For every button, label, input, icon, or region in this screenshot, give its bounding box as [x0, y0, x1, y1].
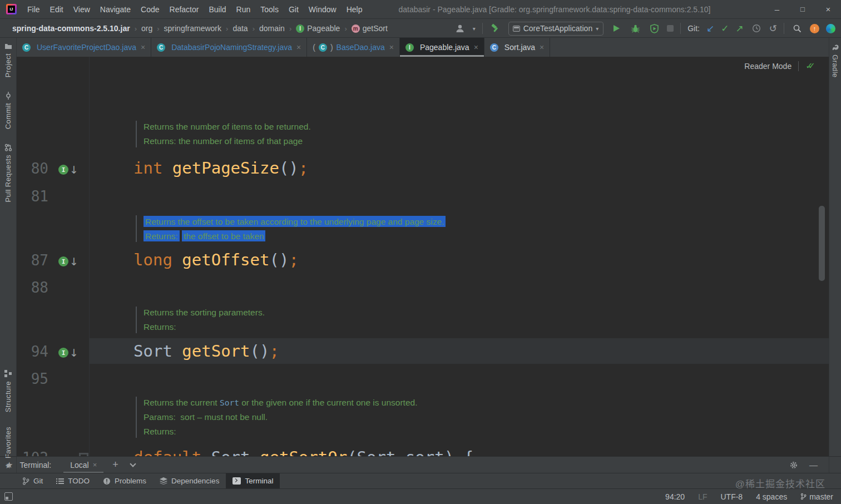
code-line-87[interactable]: long getOffset(); [133, 250, 299, 270]
user-profile-icon[interactable] [454, 22, 466, 34]
commit-icon [4, 92, 12, 100]
tab-close-icon[interactable]: × [296, 43, 301, 52]
tool-button-dependencies[interactable]: Dependencies [153, 473, 226, 488]
line-number: 95 [17, 369, 48, 389]
menu-window[interactable]: Window [304, 0, 342, 19]
code-token: Returns: [144, 322, 176, 332]
tool-button-terminal-active[interactable]: Terminal [226, 473, 280, 488]
gradle-sync-ball-icon[interactable] [826, 24, 835, 33]
tool-window-switcher-icon[interactable] [4, 492, 13, 501]
search-everywhere-icon[interactable] [791, 22, 803, 34]
sidebar-item-gradle[interactable]: Gradle [831, 43, 839, 77]
line-separator-indicator[interactable]: LF [698, 492, 707, 501]
breadcrumb-data[interactable]: data [232, 24, 248, 33]
interface-icon: I [405, 43, 414, 52]
sidebar-item-commit[interactable]: Commit [4, 92, 12, 129]
coverage-icon[interactable] [648, 22, 660, 34]
menu-build[interactable]: Build [204, 0, 231, 19]
breadcrumb: spring-data-commons-2.5.10.jar › org › s… [12, 24, 388, 33]
implemented-marker[interactable]: I ↓ [58, 164, 78, 176]
sidebar-item-pull-requests[interactable]: Pull Requests [4, 144, 12, 202]
code-token: ; [269, 342, 279, 360]
breadcrumb-pageable[interactable]: Pageable [307, 24, 340, 33]
code-line-94[interactable]: Sort getSort(); [133, 341, 279, 361]
git-push-icon[interactable]: ↗ [736, 24, 744, 33]
file-encoding[interactable]: UTF-8 [720, 492, 743, 501]
terminal-settings-gear-icon[interactable] [789, 461, 798, 470]
menu-refactor[interactable]: Refactor [165, 0, 204, 19]
menu-git[interactable]: Git [284, 0, 304, 19]
star-icon[interactable]: ★ [6, 460, 13, 470]
tab-close-icon[interactable]: × [540, 43, 544, 52]
javadoc-line: Returns: [144, 424, 417, 439]
hide-tool-window-icon[interactable]: — [809, 460, 818, 470]
code-line-102[interactable]: default Sort getSortOr(Sort sort) { [133, 447, 473, 456]
caret-position[interactable]: 94:20 [665, 492, 685, 501]
abstract-paren-right: ) [330, 43, 333, 52]
tool-button-label: Terminal [245, 477, 273, 485]
tab-close-icon[interactable]: × [389, 43, 394, 52]
problems-icon [103, 477, 111, 485]
run-icon[interactable] [610, 22, 622, 34]
git-update-icon[interactable]: ↙ [706, 24, 714, 33]
git-commit-check-icon[interactable]: ✓ [721, 24, 729, 33]
navigation-toolbar: spring-data-commons-2.5.10.jar › org › s… [0, 19, 841, 38]
terminal-tab-close-icon[interactable]: × [93, 461, 97, 469]
bottom-tool-window-stripe: Git TODO Problems Dependencies Terminal [0, 473, 841, 488]
minimize-button[interactable]: – [764, 0, 790, 19]
breadcrumb-springframework[interactable]: springframework [164, 24, 221, 33]
git-branch-icon [800, 493, 807, 500]
menu-view[interactable]: View [68, 0, 95, 19]
tab-userfavoriteprojectdao[interactable]: C UserFavoriteProjectDao.java × [17, 38, 151, 57]
indent-style[interactable]: 4 spaces [756, 492, 787, 501]
menu-run[interactable]: Run [231, 0, 256, 19]
code-line-80[interactable]: int getPageSize(); [133, 158, 308, 178]
breadcrumb-separator: › [253, 24, 255, 33]
breadcrumb-getsort[interactable]: getSort [363, 24, 388, 33]
breadcrumb-org[interactable]: org [141, 24, 152, 33]
tab-basedao[interactable]: ( C ) BaseDao.java × [307, 38, 400, 57]
menu-file[interactable]: File [22, 0, 45, 19]
breadcrumb-jar[interactable]: spring-data-commons-2.5.10.jar [12, 24, 130, 33]
close-button[interactable]: × [815, 0, 841, 19]
terminal-tab-local[interactable]: Local × [63, 457, 103, 473]
sidebar-item-structure[interactable]: Structure [4, 370, 12, 412]
tab-close-icon[interactable]: × [474, 43, 478, 52]
tool-button-todo[interactable]: TODO [50, 473, 96, 488]
tab-pageable-active[interactable]: I Pageable.java × [400, 38, 484, 57]
editor-scrollbar[interactable] [819, 206, 825, 281]
menu-tools[interactable]: Tools [255, 0, 284, 19]
sidebar-item-project[interactable]: Project [4, 42, 12, 77]
menu-code[interactable]: Code [136, 0, 164, 19]
terminal-dropdown-chevron-icon[interactable] [130, 461, 136, 467]
tab-databasirpojonamingstrategy[interactable]: C DatabasirPojoNamingStrategy.java × [151, 38, 307, 57]
new-terminal-button[interactable]: + [112, 459, 118, 471]
menu-help[interactable]: Help [342, 0, 368, 19]
user-caret-icon[interactable]: ▾ [473, 26, 476, 32]
menu-navigate[interactable]: Navigate [95, 0, 136, 19]
breadcrumb-domain[interactable]: domain [259, 24, 285, 33]
maximize-button[interactable]: □ [790, 0, 815, 19]
run-configuration-select[interactable]: CoreTestApplication ▾ [508, 22, 604, 36]
inspections-ok-icon[interactable]: ✓ ✓ [805, 61, 815, 71]
status-bar: 94:20 LF UTF-8 4 spaces master [0, 488, 841, 504]
menu-edit[interactable]: Edit [45, 0, 68, 19]
debug-bug-icon[interactable] [629, 22, 641, 34]
javadoc-line: Returns the current Sort or the given on… [144, 396, 417, 410]
build-hammer-icon[interactable] [489, 22, 502, 34]
tool-button-git[interactable]: Git [16, 473, 50, 488]
code-token: () [279, 159, 299, 177]
branch-name: master [809, 492, 833, 501]
history-clock-icon[interactable] [750, 22, 763, 34]
run-config-caret-icon: ▾ [596, 26, 598, 32]
tab-close-icon[interactable]: × [141, 43, 145, 52]
rollback-icon[interactable]: ↺ [769, 24, 777, 33]
git-branch-widget[interactable]: master [800, 492, 833, 501]
implemented-marker[interactable]: I ↓ [58, 347, 78, 359]
code-editor[interactable]: Reader Mode ✓ ✓ 80 81 87 88 94 95 102 10… [17, 57, 829, 456]
ide-update-badge-icon[interactable]: ↑ [810, 24, 819, 33]
tab-sort[interactable]: C Sort.java × [484, 38, 550, 57]
app-config-icon [513, 26, 520, 32]
implemented-marker[interactable]: I ↓ [58, 255, 78, 268]
tool-button-problems[interactable]: Problems [96, 473, 153, 488]
